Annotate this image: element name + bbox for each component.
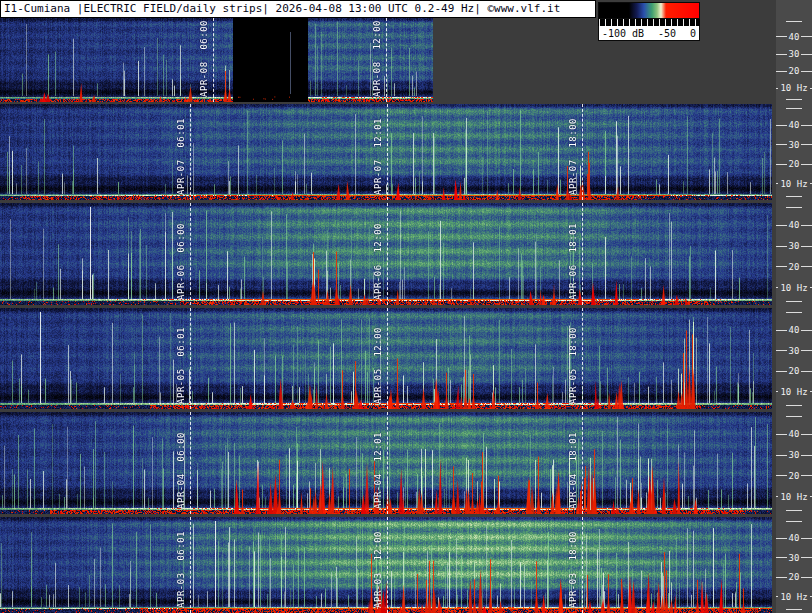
freq-tick: 40 <box>776 32 812 41</box>
time-label: APR-03 12:00 <box>373 531 383 608</box>
freq-tick-label: 30 <box>787 49 802 59</box>
time-gridline <box>190 412 191 514</box>
freq-tick-minor <box>776 192 812 201</box>
freq-tick-minor <box>776 95 812 104</box>
freq-tick: 20 <box>776 160 812 169</box>
freq-tick-label: 40 <box>787 220 802 230</box>
freq-tick-label: 40 <box>787 120 802 130</box>
spectrogram-canvas-apr-05 <box>0 308 772 409</box>
time-gridline <box>213 18 214 102</box>
freq-tick: 30 <box>776 346 812 355</box>
time-label: APR-07 12:01 <box>373 118 383 195</box>
daily-strip-apr-04: APR-04 06:00APR-04 12:01APR-04 18:01 <box>0 412 772 514</box>
frequency-axis-apr-03: 40302010 Hz <box>776 517 812 613</box>
freq-tick-label: 30 <box>787 346 802 356</box>
freq-tick-label: 20 <box>787 366 802 376</box>
freq-tick-label: 10 Hz <box>778 492 809 502</box>
time-label: APR-03 06:01 <box>176 531 186 608</box>
time-gridline <box>582 517 583 613</box>
freq-tick-label: 10 Hz <box>778 83 809 93</box>
freq-tick: 30 <box>776 553 812 562</box>
freq-tick-label: 10 Hz <box>778 387 809 397</box>
spectrogram-canvas-apr-03 <box>0 517 772 613</box>
colorbar-max-label: 0 <box>690 28 696 39</box>
title-text: I1-Cumiana |ELECTRIC FIELD/daily strips|… <box>1 1 595 17</box>
time-label: APR-04 12:01 <box>373 432 383 509</box>
freq-tick: 10 Hz <box>776 179 812 188</box>
time-label: APR-08 06:00 <box>199 20 209 97</box>
freq-tick-minor <box>776 297 812 306</box>
time-gridline <box>582 203 583 305</box>
colorbar-min-label: -100 dB <box>602 28 644 39</box>
time-gridline <box>582 308 583 409</box>
freq-tick: 20 <box>776 367 812 376</box>
colorbar-mid-label: -50 <box>658 28 676 39</box>
spectrogram-canvas-apr-07 <box>0 104 772 200</box>
colorbar-ticks <box>598 19 700 26</box>
time-gridline <box>190 203 191 305</box>
time-gridline <box>386 18 387 102</box>
freq-tick: 30 <box>776 50 812 59</box>
daily-strip-apr-03: APR-03 06:01APR-03 12:00APR-03 18:00 <box>0 517 772 613</box>
freq-tick: 10 Hz <box>776 592 812 601</box>
freq-tick: 20 <box>776 573 812 582</box>
freq-tick: 10 Hz <box>776 283 812 292</box>
freq-tick: 20 <box>776 262 812 271</box>
freq-tick-label: 10 Hz <box>778 592 809 602</box>
freq-tick: 40 <box>776 221 812 230</box>
freq-tick-label: 30 <box>787 450 802 460</box>
freq-tick-minor <box>776 401 812 410</box>
daily-strip-apr-07: APR-07 06:01APR-07 12:01APR-07 18:00 <box>0 104 772 200</box>
freq-tick-label: 30 <box>787 553 802 563</box>
freq-tick-label: 10 Hz <box>778 283 809 293</box>
time-label: APR-03 18:00 <box>568 531 578 608</box>
daily-strips-area: APR-08 06:00APR-08 12:00APR-07 06:01APR-… <box>0 0 812 613</box>
freq-tick-label: 20 <box>787 572 802 582</box>
time-label: APR-06 06:00 <box>176 223 186 300</box>
freq-tick-label: 40 <box>787 429 802 439</box>
daily-strip-apr-05: APR-05 06:01APR-05 12:00APR-05 18:00 <box>0 308 772 409</box>
freq-tick-minor <box>776 104 812 113</box>
freq-tick-label: 40 <box>787 325 802 335</box>
frequency-axis-apr-07: 40302010 Hz <box>776 104 812 200</box>
freq-tick: 10 Hz <box>776 84 812 93</box>
freq-tick-minor <box>776 308 812 317</box>
freq-tick: 30 <box>776 242 812 251</box>
freq-tick: 40 <box>776 534 812 543</box>
time-gridline <box>387 412 388 514</box>
frequency-axis-apr-05: 40302010 Hz <box>776 308 812 409</box>
freq-tick-minor <box>776 203 812 212</box>
daily-strip-apr-06: APR-06 06:00APR-06 12:00APR-06 18:01 <box>0 203 772 305</box>
frequency-axis-apr-06: 40302010 Hz <box>776 203 812 305</box>
freq-tick: 20 <box>776 67 812 76</box>
freq-tick-minor <box>776 412 812 421</box>
freq-tick: 30 <box>776 451 812 460</box>
time-label: APR-06 18:01 <box>568 223 578 300</box>
freq-tick: 20 <box>776 471 812 480</box>
time-label: APR-04 06:00 <box>176 432 186 509</box>
title-bar: I1-Cumiana |ELECTRIC FIELD/daily strips|… <box>0 0 596 18</box>
freq-tick-minor <box>776 506 812 515</box>
time-gridline <box>190 517 191 613</box>
time-label: APR-05 18:00 <box>568 327 578 404</box>
freq-tick-minor <box>776 517 812 526</box>
time-gridline <box>387 203 388 305</box>
freq-tick-label: 30 <box>787 140 802 150</box>
time-label: APR-05 12:00 <box>373 327 383 404</box>
frequency-axis-apr-04: 40302010 Hz <box>776 412 812 514</box>
frequency-axis-bar: 40302010 Hz40302010 Hz40302010 Hz4030201… <box>776 0 812 613</box>
freq-tick-minor <box>776 17 812 26</box>
freq-tick-label: 20 <box>787 159 802 169</box>
freq-tick: 40 <box>776 326 812 335</box>
colorbar-labels: -100 dB -50 0 <box>598 26 700 41</box>
time-label: APR-07 06:01 <box>176 118 186 195</box>
spectrogram-canvas-apr-06 <box>0 203 772 305</box>
time-gridline <box>190 308 191 409</box>
freq-tick-label: 40 <box>787 533 802 543</box>
vlf-spectrogram-page: APR-08 06:00APR-08 12:00APR-07 06:01APR-… <box>0 0 812 613</box>
time-gridline <box>582 104 583 200</box>
frequency-axis-apr-08: 40302010 Hz <box>776 18 812 102</box>
freq-tick: 10 Hz <box>776 492 812 501</box>
freq-tick: 40 <box>776 430 812 439</box>
time-label: APR-06 12:00 <box>373 223 383 300</box>
